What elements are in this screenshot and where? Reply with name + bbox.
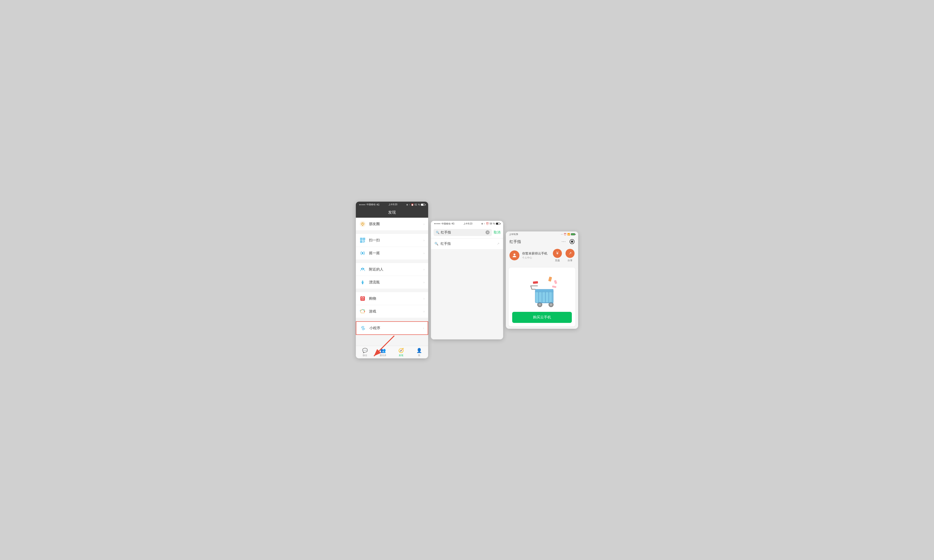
menu-section-moments: 朋友圈 › bbox=[356, 218, 428, 230]
tab-wechat[interactable]: 💬 微信 bbox=[356, 348, 374, 357]
status-bar-1: ●●●●● 中国移动 4G 上午9:20 ⊕ ↑ ⏰ 61% bbox=[356, 202, 428, 208]
svg-point-20 bbox=[362, 281, 363, 282]
profile-section: 你暂未获得云手机 个人中心 ¥ 充值 ↗ 分享 bbox=[506, 246, 578, 265]
buy-phone-button[interactable]: 购买云手机 bbox=[512, 312, 572, 323]
shake-label: 摇一摇 bbox=[369, 251, 423, 255]
share-icon: ↗ bbox=[566, 249, 575, 258]
search-value: 红手指 bbox=[441, 230, 484, 235]
phone-2: ●●●●● 中国移动 4G 上午9:23 ⊕ ↑ ⏰ 58% 🔍 红手指 ✕ 取… bbox=[431, 221, 503, 339]
battery-pct-1: 61 bbox=[415, 203, 417, 206]
moments-icon bbox=[359, 221, 366, 227]
battery-icon-3 bbox=[571, 233, 575, 235]
network-2: 4G bbox=[452, 222, 454, 225]
menu-item-games[interactable]: 游戏 › bbox=[356, 305, 428, 318]
clock-icon-3: ⏰ bbox=[564, 233, 566, 235]
menu-item-scan[interactable]: 扫一扫 › bbox=[356, 234, 428, 247]
gap-2 bbox=[356, 261, 428, 263]
menu-item-nearby[interactable]: 附近的人 › bbox=[356, 263, 428, 276]
search-input-wrap[interactable]: 🔍 红手指 ✕ bbox=[433, 229, 492, 236]
games-icon bbox=[359, 308, 366, 315]
menu-section-shopping: 购物 › 游戏 › bbox=[356, 292, 428, 318]
svg-point-23 bbox=[361, 309, 362, 311]
status-right-2: ⊕ ↑ ⏰ 58% bbox=[481, 222, 500, 225]
share-label: 分享 bbox=[567, 259, 572, 262]
drift-label: 漂流瓶 bbox=[369, 280, 423, 285]
nearby-icon bbox=[359, 266, 366, 272]
phone-1-screen: ●●●●● 中国移动 4G 上午9:20 ⊕ ↑ ⏰ 61% 发现 bbox=[356, 202, 428, 358]
battery-pct-2: 58 bbox=[490, 222, 492, 225]
discover-tab-icon: 🧭 bbox=[398, 348, 404, 353]
menu-item-moments[interactable]: 朋友圈 › bbox=[356, 218, 428, 230]
phone-1: ●●●●● 中国移动 4G 上午9:20 ⊕ ↑ ⏰ 61% 发现 bbox=[356, 202, 428, 358]
record-button[interactable] bbox=[570, 239, 575, 244]
wechat-tab-icon: 💬 bbox=[362, 348, 368, 353]
status-left-2: ●●●●● 中国移动 4G bbox=[434, 222, 455, 225]
battery-icon-1 bbox=[421, 204, 425, 206]
shopping-label: 购物 bbox=[369, 296, 423, 301]
svg-point-26 bbox=[364, 311, 365, 312]
menu-item-shake[interactable]: 摇一摇 › bbox=[356, 247, 428, 260]
svg-point-2 bbox=[361, 224, 362, 225]
search-magnifier-icon: 🔍 bbox=[436, 231, 439, 234]
svg-point-17 bbox=[363, 268, 364, 269]
svg-point-25 bbox=[364, 309, 364, 311]
more-options-icon[interactable]: ··· bbox=[562, 240, 566, 244]
svg-point-42 bbox=[539, 304, 541, 306]
miniapp-card: 购买云手机 bbox=[509, 268, 575, 326]
profile-name: 你暂未获得云手机 bbox=[522, 252, 547, 255]
search-suggestion-item[interactable]: 🔍 红手指 ↗ bbox=[431, 238, 503, 249]
svg-point-3 bbox=[363, 224, 364, 225]
contacts-tab-label: 通讯录 bbox=[379, 354, 386, 357]
moments-arrow: › bbox=[423, 222, 424, 226]
tab-discover[interactable]: 🧭 发现 bbox=[392, 348, 410, 357]
location-icon: ↑ bbox=[409, 203, 410, 206]
svg-marker-19 bbox=[362, 267, 363, 268]
spacer bbox=[356, 337, 428, 346]
cart-illustration bbox=[512, 271, 572, 309]
scan-arrow: › bbox=[423, 238, 424, 242]
discover-tab-label: 发现 bbox=[399, 354, 403, 357]
me-tab-label: 我 bbox=[418, 354, 420, 357]
svg-rect-9 bbox=[364, 238, 364, 239]
cancel-search-button[interactable]: 取消 bbox=[494, 230, 501, 235]
menu-item-shopping[interactable]: 购物 › bbox=[356, 292, 428, 305]
miniapp-label: 小程序 bbox=[369, 326, 423, 331]
tab-contacts[interactable]: 👥 通讯录 bbox=[374, 348, 392, 357]
time-3: 上午9:29 bbox=[509, 233, 518, 236]
profile-info: 你暂未获得云手机 个人中心 bbox=[522, 252, 547, 260]
tab-me[interactable]: 👤 我 bbox=[410, 348, 428, 357]
contacts-tab-icon: 👥 bbox=[380, 348, 386, 353]
menu-item-drift[interactable]: 漂流瓶 › bbox=[356, 276, 428, 289]
time-1: 上午9:20 bbox=[388, 203, 397, 206]
carrier-2: 中国移动 bbox=[441, 222, 450, 225]
svg-point-0 bbox=[360, 221, 365, 227]
status-bar-3: 上午9:29 ··· ⏰ 📶 bbox=[506, 231, 578, 237]
svg-point-16 bbox=[361, 268, 362, 269]
svg-point-1 bbox=[362, 223, 363, 224]
page-title-1: 发现 bbox=[356, 208, 428, 218]
gps-icon: ⊕ bbox=[406, 203, 408, 206]
shopping-icon bbox=[359, 295, 366, 302]
svg-point-4 bbox=[362, 225, 363, 226]
recharge-button[interactable]: ¥ 充值 bbox=[553, 249, 562, 262]
record-inner bbox=[571, 240, 573, 243]
miniapp-title: 红手指 bbox=[510, 239, 521, 244]
signal-3: 📶 bbox=[567, 233, 570, 235]
menu-item-miniapp[interactable]: 小程序 › bbox=[356, 322, 428, 334]
svg-rect-30 bbox=[548, 276, 552, 282]
search-bar-2: 🔍 红手指 ✕ 取消 bbox=[431, 227, 503, 238]
avatar bbox=[510, 251, 519, 260]
carrier-1: 中国移动 bbox=[367, 203, 376, 206]
svg-rect-22 bbox=[361, 298, 364, 300]
shake-arrow: › bbox=[423, 251, 424, 255]
signal-2: ●●●●● bbox=[434, 223, 441, 225]
share-button[interactable]: ↗ 分享 bbox=[566, 249, 575, 262]
gps-icon-2: ⊕ bbox=[481, 222, 483, 225]
miniapp-arrow: › bbox=[423, 326, 424, 330]
svg-point-29 bbox=[513, 254, 515, 255]
status-left-1: ●●●●● 中国移动 4G bbox=[359, 203, 379, 206]
clear-search-button[interactable]: ✕ bbox=[485, 230, 490, 234]
svg-point-24 bbox=[362, 309, 363, 310]
alarm-icon-2: ⏰ bbox=[486, 222, 489, 225]
alarm-icon: ⏰ bbox=[411, 203, 414, 206]
